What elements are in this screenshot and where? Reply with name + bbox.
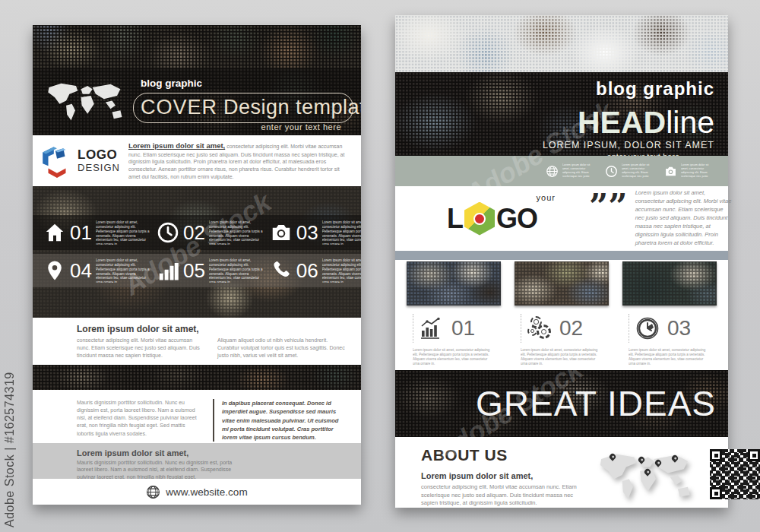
thumbnail-photo-2: [515, 261, 609, 306]
banner-text: GREAT IDEAS: [476, 383, 716, 424]
section-three-col1: Mauris dignissim porttitor sollicitudin.…: [77, 399, 201, 442]
step-item: 03 Lorem ipsum dolor sit amet, consectet…: [267, 215, 361, 250]
right-features-row: 01 Lorem ipsum dolor sit amet, consectet…: [395, 309, 728, 370]
left-header-title: COVER Design template: [141, 96, 361, 119]
info-item: Lorem ipsum dolor sit amet, consectetur …: [605, 163, 652, 179]
logo-text: LOGO DESIGN: [78, 148, 120, 173]
right-header-kicker: blog graphic: [596, 78, 714, 100]
info-item: Lorem ipsum dolor sit amet, consectetur …: [664, 163, 711, 179]
left-header-tagline: enter your text here: [261, 122, 341, 131]
step-text: Lorem ipsum dolor sit amet, consectetur …: [96, 258, 150, 283]
about-body: consectetur adipiscing elit. Morbi vitae…: [421, 483, 582, 508]
section-three-quote: In dapibus placerat consequat. Donec id …: [213, 399, 346, 442]
feature-number: 03: [667, 316, 691, 340]
great-ideas-banner: GREAT IDEAS: [395, 370, 728, 437]
step-number: 02: [183, 223, 205, 242]
step-number: 03: [296, 223, 318, 242]
clock-icon: [157, 221, 179, 244]
growth-chart-icon: [420, 316, 444, 340]
globe-icon: [146, 485, 160, 499]
about-text-block: ABOUT US Lorem ipsum dolor sit amet, con…: [421, 446, 582, 508]
right-info-bar: Lorem ipsum dolor sit amet, consectetur …: [395, 156, 728, 186]
step-item: 04 Lorem ipsum dolor sit amet, consectet…: [40, 254, 154, 287]
deadline-clock-icon: [635, 316, 660, 340]
right-flyer-page: blog graphic HEADline LOREM IPSUM, DOLOR…: [395, 15, 728, 508]
gears-icon: [527, 316, 552, 340]
blue-gray-divider-bar: [395, 251, 728, 260]
camera-icon: [664, 165, 677, 178]
step-text: Lorem ipsum dolor sit amet, consectetur …: [209, 220, 264, 245]
left-top-photo-band: [33, 25, 361, 68]
world-map-with-pins: [588, 449, 704, 504]
step-item: 01 Lorem ipsum dolor sit amet, consectet…: [40, 215, 154, 250]
logo-letter-l: L: [447, 203, 463, 235]
steps-row-1: 01 Lorem ipsum dolor sit amet, consectet…: [33, 215, 361, 250]
feature-item: 03 Lorem ipsum dolor sit amet, consectet…: [622, 314, 717, 370]
info-text: Lorem ipsum dolor sit amet, consectetur …: [622, 163, 652, 179]
clock-icon: [605, 165, 618, 178]
feature-text: Lorem ipsum dolor sit amet, consectetur …: [629, 348, 708, 369]
steps-row-2: 04 Lorem ipsum dolor sit amet, consectet…: [33, 254, 361, 287]
right-logo-quote-section: your L GO ”” Lorem ipsum dolor sit amet,…: [395, 186, 728, 251]
gray-block-heading: Lorem ipsum dolor sit amet,: [77, 448, 346, 458]
info-text: Lorem ipsum dolor sit amet, consectetur …: [562, 163, 593, 179]
right-header-tagline: enter your text here: [607, 152, 679, 156]
cube-logo-icon: [41, 144, 73, 179]
gray-block-body: Mauris dignissim porttitor sollicitudin.…: [77, 459, 233, 480]
info-text: Lorem ipsum dolor sit amet, consectetur …: [681, 163, 711, 179]
feature-item: 02 Lorem ipsum dolor sit amet, consectet…: [515, 314, 609, 370]
your-logo-block: your L GO: [395, 202, 589, 236]
right-header-title: HEADline: [578, 107, 714, 138]
step-number: 01: [70, 223, 92, 242]
about-us-section: ABOUT US Lorem ipsum dolor sit amet, con…: [395, 437, 728, 508]
quote-block: ”” Lorem ipsum dolor sit amet, consectet…: [589, 189, 748, 247]
step-item: 06 Lorem ipsum dolor sit amet, consectet…: [267, 254, 361, 287]
title-rest: Design template: [217, 96, 361, 119]
right-header-subtitle: LOREM IPSUM, DOLOR SIT AMET: [543, 140, 714, 150]
map-pin-icon: [43, 259, 66, 282]
headline-light: line: [666, 105, 714, 140]
section-two-col1: consectetur adipiscing elit. Morbi vitae…: [77, 337, 205, 359]
step-text: Lorem ipsum dolor sit amet, consectetur …: [322, 220, 361, 245]
step-number: 04: [70, 261, 92, 280]
phone-icon: [270, 259, 293, 282]
feature-number: 02: [559, 316, 583, 340]
about-lead: Lorem ipsum dolor sit amet,: [421, 471, 533, 480]
world-map-icon: [588, 449, 704, 504]
qr-finder-square: [748, 449, 760, 461]
camera-icon: [270, 221, 293, 244]
left-photo-strip: [33, 365, 361, 390]
adobe-stock-watermark-id: Adobe Stock | #162574319: [3, 284, 23, 527]
intro-lead: Lorem ipsum dolor sit amet,: [128, 141, 225, 150]
step-number: 06: [296, 261, 318, 280]
step-item: 05 Lorem ipsum dolor sit amet, consectet…: [154, 254, 267, 287]
left-flyer-page: blog graphic COVER Design template enter…: [33, 25, 361, 505]
stage: blog graphic COVER Design template enter…: [0, 0, 760, 532]
logo-subname: DESIGN: [78, 162, 120, 173]
left-section-two: Lorem ipsum dolor sit amet, consectetur …: [33, 318, 361, 365]
step-number: 05: [183, 261, 205, 280]
left-header-kicker: blog graphic: [141, 78, 202, 89]
quotation-mark-icon: ””: [589, 197, 628, 247]
website-url: www.website.com: [166, 486, 247, 498]
steps-grid: 01 Lorem ipsum dolor sit amet, consectet…: [33, 186, 361, 318]
right-thumbnails-row: [395, 260, 728, 309]
right-top-photo-band: [395, 15, 728, 72]
section-two-col2: Aliquam aliquet odio ut nibh vehicula he…: [217, 337, 346, 359]
quote-text: Lorem ipsum dolor sit amet, consectetur …: [635, 189, 733, 247]
hexagon-logo-icon: [464, 202, 495, 236]
left-steps-band: 01 Lorem ipsum dolor sit amet, consectet…: [33, 186, 361, 318]
step-text: Lorem ipsum dolor sit amet, consectetur …: [322, 258, 361, 283]
world-map-icon: [45, 79, 127, 125]
left-footer: www.website.com: [33, 479, 361, 505]
bar-chart-icon: [157, 259, 179, 282]
logo-letters-go: GO: [496, 203, 537, 235]
globe-icon: [546, 165, 559, 178]
logo-design-block: LOGO DESIGN: [33, 144, 128, 179]
qr-finder-square: [710, 449, 722, 461]
section-two-heading: Lorem ipsum dolor sit amet,: [77, 324, 346, 334]
title-strong: COVER: [141, 96, 217, 119]
intro-paragraph: Lorem ipsum dolor sit amet, consectetur …: [128, 141, 361, 180]
left-intro-section: LOGO DESIGN Lorem ipsum dolor sit amet, …: [33, 135, 361, 186]
logo-your-label: your: [537, 193, 556, 202]
